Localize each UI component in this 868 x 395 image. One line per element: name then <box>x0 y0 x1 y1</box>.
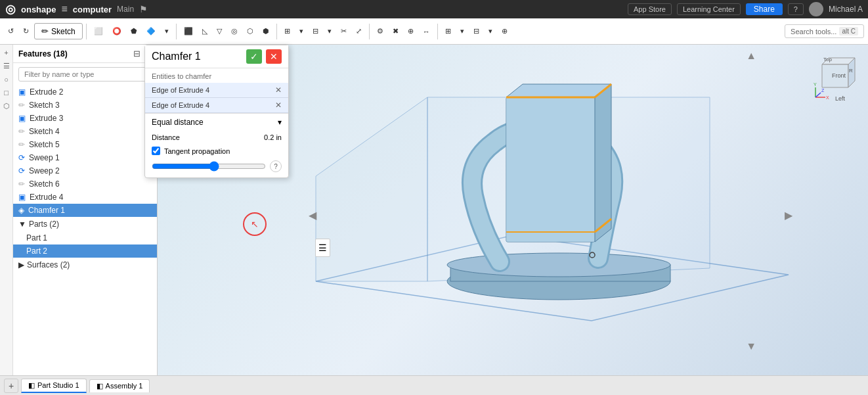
part2-label: Part 2 <box>26 246 47 256</box>
tab-add-btn[interactable]: + <box>4 379 18 393</box>
sketch6-icon: ✏ <box>18 179 25 189</box>
tb-btn-21[interactable]: ⊕ <box>498 24 511 38</box>
hamburger-menu[interactable]: ≡ <box>61 3 67 15</box>
chamfer-slider[interactable] <box>152 161 266 172</box>
tb-btn-17[interactable]: ⊕ <box>404 24 418 38</box>
tb-btn-19[interactable]: ⊞ <box>441 24 455 38</box>
tangent-checkbox[interactable] <box>152 147 160 155</box>
tb-btn-9[interactable]: ⬡ <box>243 24 257 38</box>
redo-button[interactable]: ↻ <box>19 24 33 38</box>
nav-arrow-right[interactable]: ▶ <box>785 209 792 221</box>
side-icon-2[interactable]: ☰ <box>2 60 11 72</box>
feature-item-sketch5[interactable]: ✏ Sketch 5 <box>13 138 157 151</box>
user-avatar <box>809 2 823 16</box>
tangent-label: Tangent propagation <box>164 147 230 155</box>
feature-item-sweep1[interactable]: ⟳ Sweep 1 <box>13 151 157 164</box>
feature-item-sketch3[interactable]: ✏ Sketch 3 <box>13 99 157 112</box>
search-tools-btn[interactable]: Search tools... alt C <box>785 24 864 38</box>
feature-item-chamfer1[interactable]: ◈ Chamfer 1 <box>13 204 157 217</box>
sketch-button[interactable]: ✏ Sketch <box>34 23 83 39</box>
tb-btn-12[interactable]: ⊟ <box>309 24 322 38</box>
tb-icon-21: ⊕ <box>502 27 508 35</box>
tb-btn-14[interactable]: ⤢ <box>352 24 366 38</box>
tb-btn-13[interactable]: ✂ <box>337 24 351 38</box>
view-cube[interactable]: Front Top R X Y Z Left <box>809 51 861 104</box>
slider-row: ? <box>145 158 288 177</box>
tb-btn-3[interactable]: ⬟ <box>127 24 141 38</box>
tb-btn-dropdown-4[interactable]: ▾ <box>456 24 468 38</box>
tb-btn-dropdown-5[interactable]: ▾ <box>485 24 496 38</box>
side-icon-4[interactable]: □ <box>3 87 10 98</box>
svg-text:Y: Y <box>814 82 817 87</box>
chamfer-help-btn[interactable]: ? <box>270 160 282 172</box>
svg-text:R: R <box>849 68 853 74</box>
feature-item-sketch6[interactable]: ✏ Sketch 6 <box>13 177 157 191</box>
side-icon-1[interactable]: + <box>3 47 9 58</box>
toolbar-separator-5 <box>437 24 438 39</box>
tb-btn-2[interactable]: ⭕ <box>108 24 125 38</box>
tb-btn-18[interactable]: ↔ <box>419 25 434 38</box>
tb-btn-7[interactable]: ▽ <box>213 24 226 38</box>
tb-btn-16[interactable]: ✖ <box>389 24 402 38</box>
tb-btn-8[interactable]: ◎ <box>227 24 242 38</box>
tb-icon-15: ⚙ <box>377 27 383 35</box>
feature-item-sweep2[interactable]: ⟳ Sweep 2 <box>13 164 157 177</box>
tb-btn-4[interactable]: 🔷 <box>142 24 160 38</box>
tb-btn-1[interactable]: ⬜ <box>90 24 107 38</box>
part1-item[interactable]: Part 1 <box>13 231 157 244</box>
tb-btn-5[interactable]: ⬛ <box>180 24 197 38</box>
share-button[interactable]: Share <box>746 3 783 15</box>
nav-arrow-up[interactable]: ▲ <box>746 50 756 62</box>
search-label: Search tools... <box>791 28 836 35</box>
tb-dropdown-icon-4: ▾ <box>460 27 464 35</box>
undo-button[interactable]: ↺ <box>4 24 18 38</box>
entity1-remove-btn[interactable]: ✕ <box>275 85 282 95</box>
svg-marker-9 <box>595 84 611 242</box>
tb-btn-dropdown-3[interactable]: ▾ <box>324 24 336 38</box>
chamfer-cancel-btn[interactable]: ✕ <box>266 49 282 64</box>
tab-part-studio[interactable]: ◧ Part Studio 1 <box>21 379 87 393</box>
undo-icon: ↺ <box>8 27 14 35</box>
tb-btn-dropdown-1[interactable]: ▾ <box>161 24 173 38</box>
sketch4-icon: ✏ <box>18 127 25 136</box>
feature-item-extrude4[interactable]: ▣ Extrude 4 <box>13 191 157 204</box>
tb-icon-20: ⊟ <box>473 27 479 35</box>
entity2-label: Edge of Extrude 4 <box>152 101 209 109</box>
tb-btn-15[interactable]: ⚙ <box>373 24 387 38</box>
list-view-icon[interactable]: ☰ <box>318 243 327 253</box>
side-icon-5[interactable]: ⬡ <box>2 101 11 112</box>
features-filter-btn[interactable]: ⊟ <box>133 49 141 58</box>
app-store-button[interactable]: App Store <box>628 3 672 15</box>
nav-arrow-down[interactable]: ▼ <box>746 340 756 352</box>
parts-section-header[interactable]: ▼ Parts (2) <box>13 217 157 231</box>
side-icon-3[interactable]: ○ <box>3 74 10 85</box>
tb-icon-13: ✂ <box>341 27 347 35</box>
svg-text:X: X <box>826 95 829 100</box>
part2-item[interactable]: Part 2 <box>13 244 157 258</box>
feature-item-extrude2[interactable]: ▣ Extrude 2 <box>13 85 157 99</box>
extrude2-label: Extrude 2 <box>30 87 63 97</box>
sketch5-label: Sketch 5 <box>29 140 60 149</box>
tb-btn-10[interactable]: ⬢ <box>259 24 273 38</box>
features-title: Features (18) <box>18 49 68 58</box>
tab-assembly[interactable]: ◧ Assembly 1 <box>89 379 150 392</box>
tb-btn-6[interactable]: ◺ <box>198 24 211 38</box>
search-shortcut: alt C <box>839 27 858 35</box>
chamfer-type-dropdown[interactable]: Equal distance ▾ <box>145 113 288 131</box>
nav-arrow-left[interactable]: ◀ <box>309 209 316 221</box>
tb-dropdown-icon-5: ▾ <box>488 27 492 35</box>
tb-dropdown-icon-3: ▾ <box>328 27 332 35</box>
tb-icon-17: ⊕ <box>408 27 414 35</box>
svg-line-23 <box>815 93 821 97</box>
feature-item-extrude3[interactable]: ▣ Extrude 3 <box>13 112 157 125</box>
learning-center-button[interactable]: Learning Center <box>677 3 741 15</box>
tb-btn-dropdown-2[interactable]: ▾ <box>295 24 307 38</box>
feature-item-sketch4[interactable]: ✏ Sketch 4 <box>13 125 157 138</box>
surfaces-section-header[interactable]: ▶ Surfaces (2) <box>13 258 157 272</box>
help-button[interactable]: ? <box>788 3 804 15</box>
chamfer-confirm-btn[interactable]: ✓ <box>246 49 262 64</box>
tb-btn-20[interactable]: ⊟ <box>469 24 483 38</box>
filter-input[interactable] <box>18 67 152 81</box>
entity2-remove-btn[interactable]: ✕ <box>275 101 282 110</box>
tb-btn-11[interactable]: ⊞ <box>280 24 294 38</box>
